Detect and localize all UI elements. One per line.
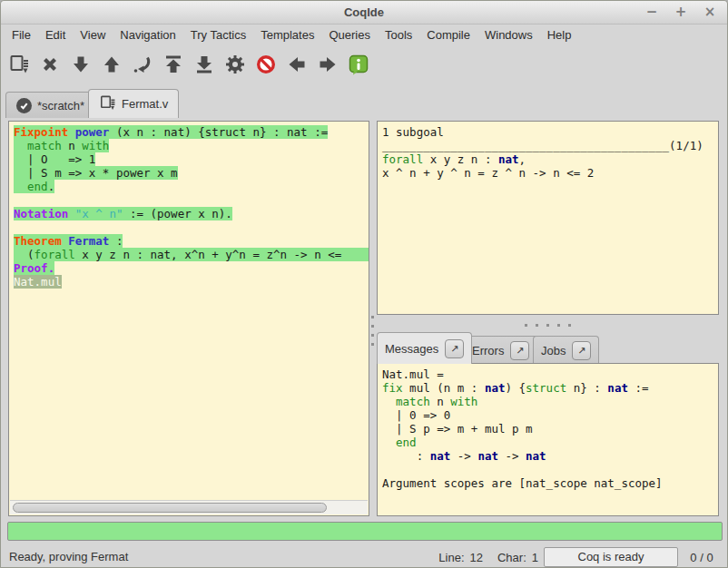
tab-label: Jobs (541, 344, 566, 357)
code-line: (forall x y z n : nat, x^n + y^n = z^n -… (14, 248, 369, 261)
code-line: match n with (14, 139, 369, 152)
code-line: end. (14, 180, 369, 193)
menu-item-compile[interactable]: Compile (419, 26, 477, 44)
char-value: 1 (532, 551, 538, 564)
gear-icon[interactable] (224, 53, 246, 76)
menu-item-queries[interactable]: Queries (321, 26, 378, 44)
line-value: 12 (470, 551, 483, 564)
status-bar: Ready, proving Fermat Line: 12 Char: 1 C… (1, 545, 727, 568)
title-bar[interactable]: CoqIde − + × (1, 1, 727, 24)
code-line (382, 463, 718, 476)
code-line: | 0 => 0 (382, 408, 718, 422)
horizontal-splitter[interactable] (377, 321, 719, 329)
vertical-splitter[interactable] (369, 308, 377, 353)
tab-scratch[interactable]: *scratch* (5, 92, 95, 118)
messages-pane[interactable]: Nat.mul = fix mul (n m : nat) {struct n}… (377, 363, 719, 516)
code-line: end (382, 436, 718, 449)
goals-pane[interactable]: 1 subgoal_______________________________… (377, 121, 719, 315)
back-icon[interactable] (286, 53, 308, 76)
forward-icon[interactable] (317, 53, 339, 76)
toolbar (8, 48, 369, 81)
about-icon[interactable] (348, 53, 369, 76)
menu-item-navigation[interactable]: Navigation (113, 26, 182, 44)
code-line: Theorem Fermat : (14, 234, 369, 248)
menu-item-file[interactable]: File (5, 26, 38, 44)
code-line: : nat -> nat -> nat (382, 449, 718, 463)
interrupt-icon[interactable] (255, 53, 277, 76)
code-line: | S m => x * power x m (14, 166, 369, 180)
code-line: Argument scopes are [nat_scope nat_scope… (382, 476, 718, 490)
menu-bar: FileEditViewNavigationTry TacticsTemplat… (5, 25, 723, 44)
menu-item-windows[interactable]: Windows (477, 26, 540, 44)
go-to-start-icon[interactable] (162, 53, 184, 76)
tab-label: *scratch* (37, 99, 84, 113)
save-page-icon (99, 94, 116, 114)
menu-item-view[interactable]: View (73, 26, 113, 44)
code-line: 1 subgoal (382, 125, 718, 139)
code-line: Fixpoint power (x n : nat) {struct n} : … (14, 125, 369, 139)
char-label: Char: (497, 551, 526, 564)
code-line: Notation "x ^ n" := (power x n). (14, 207, 369, 220)
code-line: Proof. (14, 261, 369, 275)
horizontal-scrollbar[interactable] (10, 500, 368, 514)
forward-one-icon[interactable] (70, 53, 92, 76)
minimize-icon[interactable]: − (644, 3, 660, 21)
detach-errors-icon[interactable]: ↗ (510, 341, 529, 360)
code-line (14, 220, 369, 234)
status-message: Ready, proving Fermat (9, 550, 128, 563)
code-line: match n with (382, 395, 718, 408)
code-line: fix mul (n m : nat) {struct n} : nat := (382, 381, 718, 395)
go-to-end-icon[interactable] (193, 53, 215, 76)
code-line: ________________________________________… (382, 139, 718, 152)
window-controls: − + × (644, 3, 718, 21)
backward-one-icon[interactable] (101, 53, 123, 76)
code-line (14, 193, 369, 207)
messages-text: Nat.mul = fix mul (n m : nat) {struct n}… (378, 364, 718, 490)
go-to-cursor-icon[interactable] (132, 53, 153, 76)
tab-label: Errors (472, 344, 504, 357)
scrollbar-thumb[interactable] (13, 503, 327, 513)
code-line: forall x y z n : nat, (382, 152, 718, 166)
line-label: Line: (438, 551, 464, 564)
code-line: | O => 1 (14, 152, 369, 166)
goals-text: 1 subgoal_______________________________… (378, 122, 718, 180)
detach-messages-icon[interactable]: ↗ (445, 339, 464, 358)
menu-item-templates[interactable]: Templates (253, 26, 321, 44)
coq-status-field: Coq is ready (544, 547, 678, 567)
tab-fermat[interactable]: Fermat.v (88, 89, 179, 118)
maximize-icon[interactable]: + (673, 3, 689, 21)
code-line: | S p => m + mul p m (382, 422, 718, 436)
menu-item-tools[interactable]: Tools (378, 26, 419, 44)
menu-item-try-tactics[interactable]: Try Tactics (183, 26, 253, 44)
close-x-icon[interactable] (39, 53, 61, 76)
tab-messages[interactable]: Messages ↗ (377, 332, 472, 364)
tab-label: Fermat.v (122, 97, 168, 111)
check-circle-icon (16, 98, 32, 113)
code-line: x ^ n + y ^ n = z ^ n -> n <= 2 (382, 166, 718, 180)
code-line: Nat.mul = (382, 367, 718, 381)
menu-item-edit[interactable]: Edit (38, 26, 73, 44)
tab-label: Messages (385, 342, 438, 356)
tab-errors[interactable]: Errors ↗ (464, 336, 537, 364)
save-icon[interactable] (8, 53, 30, 76)
detach-jobs-icon[interactable]: ↗ (572, 341, 591, 360)
window-title: CoqIde (1, 5, 727, 19)
tab-jobs[interactable]: Jobs ↗ (533, 336, 599, 364)
jobs-counter: 0 / 0 (684, 551, 720, 564)
script-editor[interactable]: Fixpoint power (x n : nat) {struct n} : … (8, 121, 369, 516)
code-line: Nat.mul (14, 275, 369, 289)
progress-bar (7, 522, 723, 541)
coqide-window: CoqIde − + × FileEditViewNavigationTry T… (0, 0, 728, 568)
script-code: Fixpoint power (x n : nat) {struct n} : … (9, 122, 369, 289)
close-icon[interactable]: × (702, 3, 718, 21)
menu-item-help[interactable]: Help (540, 26, 579, 44)
